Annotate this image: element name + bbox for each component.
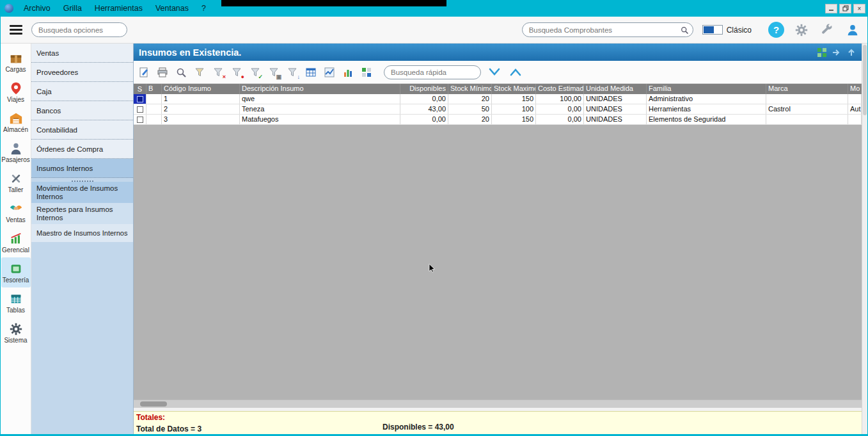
cell-modelo <box>848 94 862 104</box>
totales-label: Totales: <box>136 413 859 422</box>
filter-apply-icon[interactable]: ✓ <box>249 66 262 79</box>
vertical-scrollbar[interactable] <box>862 44 867 434</box>
chevron-up-icon[interactable] <box>508 66 523 79</box>
filter-clear-icon[interactable]: ▣ <box>267 66 280 79</box>
cell-modelo: Aut <box>848 104 862 114</box>
nav-item-movimientos-insumos[interactable]: Movimientos de Insumos Internos <box>31 182 133 203</box>
row-checkbox-cell[interactable] <box>134 94 146 104</box>
col-header-disponibles[interactable]: Disponibles <box>400 84 448 94</box>
chart-line-icon[interactable] <box>323 66 336 79</box>
close-button[interactable]: × <box>853 4 865 13</box>
menu-help[interactable]: ? <box>195 2 212 15</box>
nav-item-contabilidad[interactable]: Contabilidad <box>31 120 133 140</box>
rail-item-sistema[interactable]: Sistema <box>1 318 31 348</box>
cell-descripcion: qwe <box>240 94 400 104</box>
total-datos-value: Total de Datos = 3 <box>136 424 201 433</box>
row-checkbox[interactable] <box>137 117 143 123</box>
cell-stock-minimo: 20 <box>448 94 492 104</box>
rail-item-gerencial[interactable]: Gerencial <box>1 227 31 257</box>
minimize-button[interactable] <box>825 4 837 13</box>
col-header-s[interactable]: S <box>134 84 146 94</box>
print-icon[interactable] <box>156 66 169 79</box>
hamburger-menu-icon[interactable] <box>1 25 31 35</box>
filter-download-icon[interactable]: ↓ <box>286 66 299 79</box>
theme-toggle[interactable] <box>702 25 723 35</box>
rail-item-pasajeros[interactable]: Pasajeros <box>1 137 31 167</box>
menu-archivo[interactable]: Archivo <box>17 2 57 15</box>
search-icon[interactable] <box>175 66 187 79</box>
col-header-familia[interactable]: Familia <box>647 84 766 94</box>
nav-item-insumos-internos[interactable]: Insumos Internos <box>31 159 133 178</box>
settings-gear-icon[interactable] <box>793 22 810 38</box>
detach-window-icon[interactable] <box>832 47 842 58</box>
col-header-b[interactable]: B <box>146 84 162 94</box>
gear-icon <box>9 322 23 336</box>
horizontal-scrollbar[interactable] <box>134 400 862 408</box>
col-header-codigo[interactable]: Código Insumo <box>162 84 240 94</box>
application-window: Archivo Grilla Herramientas Ventanas ? ×… <box>0 0 868 436</box>
filter-icon[interactable] <box>193 66 206 79</box>
row-checkbox[interactable] <box>137 96 143 102</box>
table-row[interactable]: 3 Matafuegos 0,00 20 150 0,00 UNIDADES E… <box>134 115 862 125</box>
totals-footer: Totales: Total de Datos = 3 Disponibles … <box>134 411 862 434</box>
chart-bar-icon[interactable] <box>342 66 354 79</box>
rail-item-viajes[interactable]: Viajes <box>1 77 31 107</box>
chevron-down-icon[interactable] <box>487 66 502 79</box>
main-area: Cargas Viajes Almacén Pasajeros Taller V… <box>1 44 867 434</box>
data-table-icon[interactable] <box>304 66 317 79</box>
vertical-scrollbar-thumb[interactable] <box>863 45 867 115</box>
col-header-descripcion[interactable]: Descripción Insumo <box>240 84 400 94</box>
cell-stock-maximo: 150 <box>492 94 536 104</box>
row-checkbox-cell[interactable] <box>134 115 146 124</box>
tools-wrench-icon[interactable] <box>819 22 835 38</box>
col-header-unidad[interactable]: Unidad Medida <box>584 84 647 94</box>
col-header-marca[interactable]: Marca <box>766 84 848 94</box>
cell-codigo: 2 <box>162 104 240 114</box>
comprobantes-search-input[interactable] <box>529 26 680 34</box>
restore-button[interactable] <box>839 4 851 13</box>
row-checkbox[interactable] <box>137 106 143 113</box>
nav-item-bancos[interactable]: Bancos <box>31 101 133 120</box>
rail-item-almacen[interactable]: Almacén <box>1 107 31 137</box>
nav-item-ordenes-compra[interactable]: Órdenes de Compra <box>31 140 133 159</box>
row-checkbox-cell[interactable] <box>134 104 146 114</box>
collapse-panel-icon[interactable] <box>846 47 856 58</box>
table-row[interactable]: 1 qwe 0,00 20 150 100,00 UNIDADES Admini… <box>134 94 862 104</box>
cell-codigo: 1 <box>162 94 240 104</box>
pivot-grid-icon[interactable] <box>360 66 373 79</box>
map-pin-icon <box>9 81 23 95</box>
nav-item-maestro-insumos[interactable]: Maestro de Insumos Internos <box>31 224 133 242</box>
rail-item-tesoreria[interactable]: Tesorería <box>1 257 31 287</box>
col-header-stock-maximo[interactable]: Stock Maximo <box>492 84 536 94</box>
cell-costo: 0,00 <box>536 115 584 124</box>
rail-item-taller[interactable]: Taller <box>1 167 31 197</box>
horizontal-scrollbar-thumb[interactable] <box>140 401 167 407</box>
cell-descripcion: Matafuegos <box>240 115 400 124</box>
col-header-modelo[interactable]: Mo <box>848 84 862 94</box>
table-icon <box>9 292 23 306</box>
col-header-stock-minimo[interactable]: Stock Mínimo <box>448 84 492 94</box>
table-row[interactable]: 2 Teneza 43,00 50 100 0,00 UNIDADES Herr… <box>134 104 862 115</box>
nav-item-caja[interactable]: Caja <box>31 82 133 101</box>
cell-familia: Elementos de Seguridad <box>647 115 766 124</box>
rail-item-cargas[interactable]: Cargas <box>1 47 31 77</box>
menu-ventanas[interactable]: Ventanas <box>149 2 195 15</box>
rail-item-ventas[interactable]: Ventas <box>1 197 31 227</box>
options-search-input[interactable] <box>38 26 137 34</box>
user-profile-icon[interactable] <box>844 22 861 38</box>
col-header-costo[interactable]: Costo Estimado <box>536 84 584 94</box>
cell-costo: 100,00 <box>536 94 584 104</box>
nav-item-ventas[interactable]: Ventas <box>31 44 133 63</box>
menu-herramientas[interactable]: Herramientas <box>88 2 149 15</box>
help-button[interactable]: ? <box>768 22 784 38</box>
quick-search-input[interactable] <box>391 69 489 76</box>
edit-record-icon[interactable] <box>138 66 150 79</box>
rail-item-tablas[interactable]: Tablas <box>1 287 31 318</box>
menu-grilla[interactable]: Grilla <box>57 2 88 15</box>
nav-item-proveedores[interactable]: Proveedores <box>31 63 133 82</box>
nav-item-reportes-insumos[interactable]: Reportes para Insumos Internos <box>31 203 133 224</box>
filter-edit-icon[interactable]: ● <box>230 66 243 79</box>
person-icon <box>9 141 23 156</box>
layout-grid-icon[interactable] <box>817 47 827 58</box>
filter-remove-icon[interactable]: × <box>212 66 225 79</box>
